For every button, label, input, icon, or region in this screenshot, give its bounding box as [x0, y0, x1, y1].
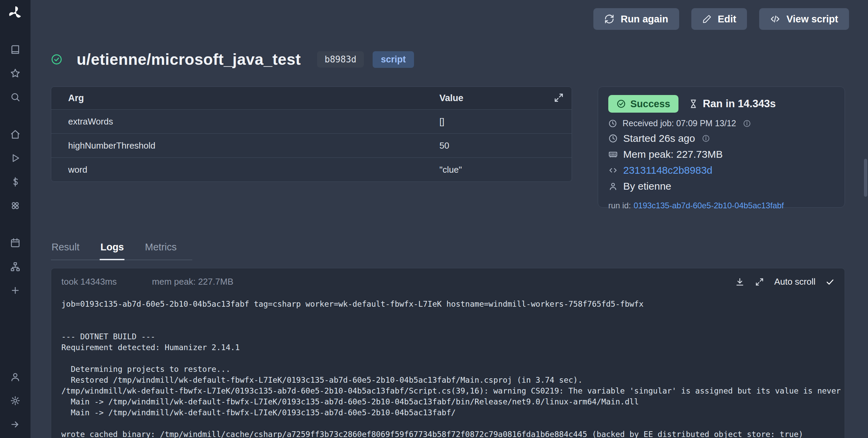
- edit-button[interactable]: Edit: [691, 8, 747, 30]
- scrollbar-thumb[interactable]: [864, 159, 867, 197]
- received-label: Received job: 07:09 PM 13/12: [623, 118, 736, 128]
- arg-value: "clue": [422, 165, 572, 175]
- script-hash-link[interactable]: 23131148c2b8983d: [623, 165, 712, 176]
- run-again-button[interactable]: Run again: [593, 8, 679, 30]
- search-icon[interactable]: [0, 88, 31, 106]
- auto-scroll-label[interactable]: Auto scroll: [774, 277, 815, 287]
- expand-log-icon[interactable]: [755, 277, 764, 287]
- create-plus-icon[interactable]: [0, 282, 31, 299]
- status-panel: Success Ran in 14.343s Received job: 07:…: [598, 87, 845, 208]
- arg-name: extraWords: [51, 116, 422, 127]
- refresh-icon: [604, 14, 614, 24]
- sidebar: [0, 0, 31, 438]
- args-table: Arg Value extraWords [] highNumberThresh…: [51, 87, 572, 182]
- windmill-job-run-page: Run again Edit View script u/etienne/mic…: [0, 0, 868, 438]
- by-user-row: By etienne: [608, 180, 834, 192]
- info-icon[interactable]: [743, 119, 751, 128]
- clock-icon: [608, 119, 617, 128]
- log-panel: took 14343ms mem peak: 227.7MB Auto scro…: [51, 268, 845, 438]
- run-id-row: run id:0193c135-ab7d-60e5-2b10-04b5ac13f…: [608, 201, 834, 210]
- variables-dollar-icon[interactable]: [0, 173, 31, 191]
- run-id-link[interactable]: 0193c135-ab7d-60e5-2b10-04b5ac13fabf: [634, 201, 784, 210]
- tab-result[interactable]: Result: [51, 242, 80, 260]
- page-title: u/etienne/microsoft_java_test: [77, 50, 301, 69]
- log-mem-peak: mem peak: 227.7MB: [152, 277, 233, 287]
- script-hash-row: 23131148c2b8983d: [608, 165, 834, 176]
- ran-in-label: Ran in 14.343s: [703, 98, 776, 110]
- log-output: job=0193c135-ab7d-60e5-2b10-04b5ac13fabf…: [51, 289, 845, 438]
- success-status-icon: [51, 54, 62, 65]
- schedules-calendar-icon[interactable]: [0, 234, 31, 252]
- status-badge-label: Success: [630, 98, 670, 110]
- home-icon[interactable]: [0, 126, 31, 143]
- docs-book-icon[interactable]: [0, 41, 31, 58]
- log-toolbar: took 14343ms mem peak: 227.7MB Auto scro…: [51, 268, 845, 289]
- user-person-icon[interactable]: [0, 368, 31, 386]
- arg-value: 50: [422, 140, 572, 151]
- view-script-label: View script: [786, 14, 838, 25]
- collapse-arrow-right-icon[interactable]: [0, 416, 31, 433]
- runs-play-icon[interactable]: [0, 149, 31, 167]
- tab-logs[interactable]: Logs: [100, 242, 124, 260]
- settings-gear-icon[interactable]: [0, 392, 31, 410]
- log-took: took 14343ms: [61, 277, 117, 287]
- hash-badge: b8983d: [317, 51, 364, 68]
- status-row: Success Ran in 14.343s: [608, 95, 834, 113]
- pencil-icon: [702, 14, 712, 24]
- page-scrollbar[interactable]: [863, 0, 868, 438]
- arg-name: word: [51, 165, 422, 175]
- code-icon: [770, 14, 780, 24]
- favorites-star-icon[interactable]: [0, 64, 31, 82]
- started-label: Started 26s ago: [623, 133, 695, 144]
- windmill-logo-icon[interactable]: [0, 0, 31, 26]
- expand-table-icon[interactable]: [553, 92, 564, 103]
- view-script-button[interactable]: View script: [759, 8, 849, 30]
- mem-peak-row: Mem peak: 227.73MB: [608, 149, 834, 160]
- hourglass-icon: [689, 99, 698, 109]
- column-header-value: Value: [422, 93, 572, 103]
- person-icon: [608, 182, 618, 191]
- table-row: word "clue": [51, 157, 572, 182]
- clock-icon: [608, 134, 618, 143]
- mem-peak-label: Mem peak: 227.73MB: [623, 149, 723, 160]
- table-row: highNumberThreshold 50: [51, 133, 572, 157]
- resources-clover-icon[interactable]: [0, 197, 31, 214]
- topbar-actions: Run again Edit View script: [593, 8, 849, 30]
- tab-metrics[interactable]: Metrics: [144, 242, 177, 260]
- tabs: Result Logs Metrics: [51, 242, 192, 260]
- column-header-arg: Arg: [51, 93, 422, 103]
- by-user-label: By etienne: [623, 180, 671, 192]
- table-row: extraWords []: [51, 109, 572, 133]
- code-icon: [608, 166, 618, 175]
- title-row: u/etienne/microsoft_java_test b8983d scr…: [51, 50, 414, 69]
- run-again-label: Run again: [620, 14, 668, 25]
- auto-scroll-checkbox[interactable]: [826, 278, 834, 286]
- args-table-header: Arg Value: [51, 87, 572, 109]
- edit-label: Edit: [718, 14, 736, 25]
- memory-chip-icon: [608, 150, 618, 159]
- received-row: Received job: 07:09 PM 13/12: [608, 118, 834, 128]
- status-badge: Success: [608, 95, 678, 113]
- log-actions: Auto scroll: [735, 277, 834, 287]
- info-icon[interactable]: [702, 134, 710, 142]
- ran-in: Ran in 14.343s: [689, 98, 776, 110]
- arg-name: highNumberThreshold: [51, 140, 422, 151]
- arg-value: []: [422, 116, 572, 127]
- script-type-badge: script: [373, 51, 414, 68]
- run-id-label: run id:: [608, 201, 631, 210]
- workers-sitemap-icon[interactable]: [0, 258, 31, 275]
- download-icon[interactable]: [735, 277, 745, 287]
- started-row: Started 26s ago: [608, 133, 834, 144]
